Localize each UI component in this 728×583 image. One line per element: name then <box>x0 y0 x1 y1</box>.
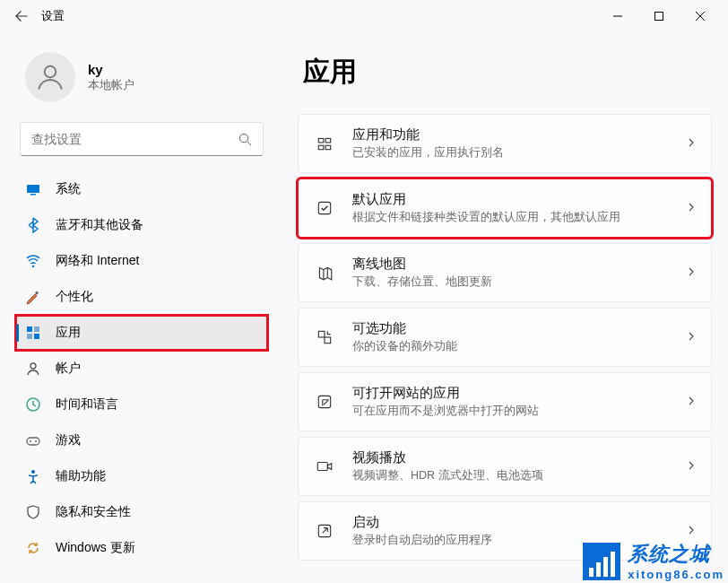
card-subtitle: 已安装的应用，应用执行别名 <box>352 145 668 161</box>
account-name: ky <box>88 62 134 77</box>
account-block[interactable]: ky 本地帐户 <box>25 52 262 102</box>
card-subtitle: 根据文件和链接种类设置的默认应用，其他默认应用 <box>352 210 668 225</box>
maps-icon <box>315 263 334 283</box>
svg-rect-15 <box>27 438 39 445</box>
card-optional[interactable]: 可选功能你的设备的额外功能 <box>298 308 712 367</box>
chevron-right-icon <box>686 458 697 474</box>
content: 应用 应用和功能已安装的应用，应用执行别名默认应用根据文件和链接种类设置的默认应… <box>278 32 728 583</box>
svg-rect-5 <box>27 185 39 193</box>
watermark-cn: 系统之城 <box>628 541 724 568</box>
watermark: 系统之城 xitong86.com <box>583 541 724 581</box>
accounts-icon <box>25 361 41 377</box>
maximize-button[interactable] <box>638 2 680 30</box>
nav-item-accounts[interactable]: 帐户 <box>16 352 267 386</box>
back-button[interactable] <box>7 2 36 30</box>
card-title: 可打开网站的应用 <box>352 385 668 402</box>
nav-item-network[interactable]: 网络和 Internet <box>16 244 267 278</box>
person-icon <box>34 61 66 93</box>
nav-item-apps[interactable]: 应用 <box>16 316 267 350</box>
watermark-logo <box>583 543 620 580</box>
nav-label: Windows 更新 <box>56 540 135 556</box>
nav-label: 个性化 <box>56 289 93 305</box>
nav-list: 系统蓝牙和其他设备网络和 Internet个性化应用帐户时间和语言游戏辅助功能隐… <box>16 172 267 565</box>
svg-point-18 <box>31 470 35 474</box>
svg-rect-25 <box>325 337 331 344</box>
nav-item-privacy[interactable]: 隐私和安全性 <box>16 495 267 529</box>
nav-item-bluetooth[interactable]: 蓝牙和其他设备 <box>16 208 267 242</box>
svg-rect-22 <box>325 145 331 149</box>
nav-label: 网络和 Internet <box>56 253 139 269</box>
svg-rect-20 <box>325 138 331 142</box>
account-type: 本地帐户 <box>88 77 134 93</box>
system-icon <box>25 181 41 197</box>
watermark-en: xitong86.com <box>628 568 724 581</box>
nav-item-time[interactable]: 时间和语言 <box>16 387 267 422</box>
sidebar: ky 本地帐户 系统蓝牙和其他设备网络和 Internet个性化应用帐户时间和语… <box>0 32 278 583</box>
accessibility-icon <box>25 468 41 484</box>
svg-rect-9 <box>27 326 32 332</box>
card-video[interactable]: 视频播放视频调整、HDR 流式处理、电池选项 <box>298 437 712 496</box>
card-title: 启动 <box>352 514 668 531</box>
svg-rect-24 <box>318 331 325 337</box>
search-icon <box>238 133 252 146</box>
update-icon <box>25 540 41 556</box>
card-maps[interactable]: 离线地图下载、存储位置、地图更新 <box>298 243 712 302</box>
default-apps-icon <box>315 198 334 218</box>
svg-rect-1 <box>655 13 663 21</box>
nav-label: 蓝牙和其他设备 <box>56 217 143 233</box>
card-apps-features[interactable]: 应用和功能已安装的应用，应用执行别名 <box>298 114 712 173</box>
cards-list: 应用和功能已安装的应用，应用执行别名默认应用根据文件和链接种类设置的默认应用，其… <box>298 114 712 561</box>
svg-rect-23 <box>318 202 330 213</box>
network-icon <box>25 253 41 269</box>
time-icon <box>25 396 41 413</box>
nav-label: 隐私和安全性 <box>56 504 131 520</box>
svg-rect-27 <box>317 463 327 471</box>
chevron-right-icon <box>686 135 697 152</box>
nav-item-system[interactable]: 系统 <box>16 172 267 206</box>
card-subtitle: 下载、存储位置、地图更新 <box>352 274 668 290</box>
card-title: 默认应用 <box>352 191 668 208</box>
svg-point-13 <box>30 363 36 369</box>
nav-item-gaming[interactable]: 游戏 <box>16 423 267 457</box>
svg-line-4 <box>247 141 251 144</box>
svg-point-3 <box>239 134 247 142</box>
card-default-apps[interactable]: 默认应用根据文件和链接种类设置的默认应用，其他默认应用 <box>298 178 712 238</box>
chevron-right-icon <box>686 329 697 345</box>
search-box[interactable] <box>20 122 264 156</box>
svg-rect-26 <box>318 396 330 407</box>
card-title: 可选功能 <box>352 320 668 337</box>
personalize-icon <box>25 289 41 305</box>
maximize-icon <box>654 12 663 21</box>
svg-rect-11 <box>27 334 32 339</box>
card-subtitle: 你的设备的额外功能 <box>352 339 668 354</box>
startup-icon <box>315 521 334 541</box>
nav-label: 游戏 <box>56 432 81 448</box>
nav-item-update[interactable]: Windows 更新 <box>16 531 267 565</box>
card-subtitle: 可在应用而不是浏览器中打开的网站 <box>352 404 668 419</box>
chevron-right-icon <box>686 523 697 539</box>
svg-rect-19 <box>318 138 324 142</box>
card-title: 视频播放 <box>352 449 668 466</box>
gaming-icon <box>25 432 41 448</box>
svg-rect-10 <box>34 326 39 332</box>
search-input[interactable] <box>31 132 238 146</box>
svg-rect-21 <box>318 145 324 149</box>
minimize-button[interactable] <box>597 2 638 30</box>
nav-item-personalize[interactable]: 个性化 <box>16 280 267 314</box>
privacy-icon <box>25 504 41 520</box>
apps-features-icon <box>315 134 334 153</box>
svg-rect-6 <box>30 194 36 196</box>
svg-point-17 <box>35 440 37 442</box>
bluetooth-icon <box>25 217 41 233</box>
card-subtitle: 视频调整、HDR 流式处理、电池选项 <box>352 468 668 483</box>
nav-label: 应用 <box>56 325 81 341</box>
chevron-right-icon <box>686 394 697 410</box>
apps-icon <box>25 325 41 341</box>
card-web-apps[interactable]: 可打开网站的应用可在应用而不是浏览器中打开的网站 <box>298 372 712 431</box>
nav-item-accessibility[interactable]: 辅助功能 <box>16 459 267 493</box>
close-button[interactable] <box>680 2 721 30</box>
minimize-icon <box>613 12 622 21</box>
svg-rect-12 <box>34 334 39 339</box>
back-arrow-icon <box>15 10 28 22</box>
svg-point-16 <box>30 440 31 442</box>
